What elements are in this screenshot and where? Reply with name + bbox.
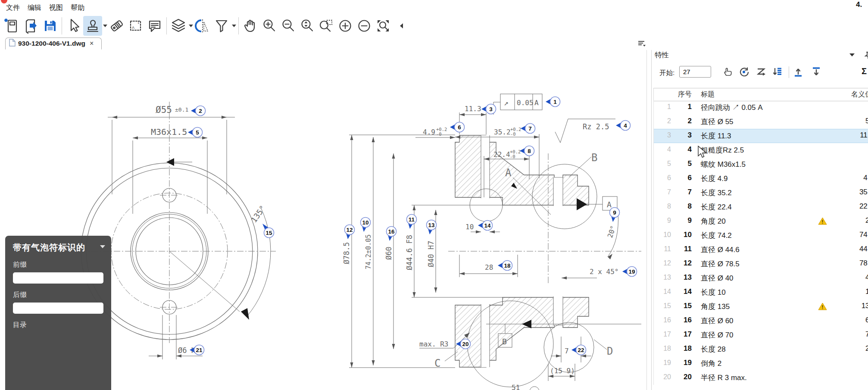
balloon-7[interactable]: 7	[521, 124, 535, 134]
dim-35-2[interactable]: 35.2	[494, 128, 511, 136]
dropdown-caret-icon[interactable]	[103, 25, 107, 27]
balloon-6[interactable]: 6	[450, 122, 465, 132]
balloon-14[interactable]: 14	[478, 221, 493, 231]
dim-d44-6[interactable]: Ø44.6 F8	[405, 235, 414, 270]
suffix-input[interactable]	[13, 303, 103, 314]
layers-button[interactable]	[169, 16, 188, 36]
balloon-3[interactable]: 3	[481, 104, 496, 114]
prefix-input[interactable]	[13, 272, 103, 284]
table-row[interactable]: 1111直径 Ø 44.644.6	[654, 243, 868, 257]
col-header-title[interactable]: 标题	[701, 90, 715, 99]
table-row[interactable]: 1414长度 1010	[654, 285, 868, 300]
table-row[interactable]: 22直径 Ø 5555	[654, 115, 868, 129]
sum-label[interactable]: Σ	[862, 66, 867, 76]
flip-mirror-button[interactable]	[193, 16, 212, 36]
dim-chamfer[interactable]: 2 x 45°	[590, 268, 618, 276]
note-button[interactable]	[145, 16, 164, 36]
tab-close-icon[interactable]: ×	[90, 40, 94, 47]
table-row[interactable]: 77长度 35.235.2	[654, 186, 868, 200]
zoom-out-button[interactable]	[279, 16, 298, 36]
open-document-button[interactable]	[22, 16, 41, 36]
dim-d55[interactable]: Ø55	[156, 105, 172, 115]
dim-rz[interactable]: Rz 2.5	[583, 122, 609, 131]
move-bottom-icon[interactable]	[811, 66, 824, 78]
balloon-15[interactable]: 15	[262, 224, 274, 238]
increase-button[interactable]	[336, 16, 355, 36]
col-header-nominal[interactable]: 名义值	[818, 90, 868, 99]
table-row[interactable]: 1616直径 Ø 6060	[654, 314, 868, 328]
dim-22-4[interactable]: 22.4	[493, 150, 510, 159]
table-row[interactable]: 33长度 11.311.3	[654, 129, 868, 143]
dim-15-9[interactable]: (15 9)	[550, 367, 575, 375]
dim-7[interactable]: 7	[565, 347, 569, 355]
table-row[interactable]: 1313直径 Ø 4040	[654, 271, 868, 285]
chevron-down-icon[interactable]	[849, 53, 855, 56]
dropdown-caret-icon[interactable]	[189, 25, 193, 27]
dim-r3[interactable]: max. R3	[419, 340, 448, 348]
dim-11-3[interactable]: 11.3	[465, 105, 481, 113]
balloon-10[interactable]: 10	[361, 218, 371, 232]
dim-28[interactable]: 28	[485, 263, 493, 271]
save-button[interactable]	[41, 16, 59, 36]
move-top-icon[interactable]	[793, 66, 806, 78]
dim-d60[interactable]: Ø60	[384, 246, 393, 260]
dim-135deg[interactable]: 135°	[249, 204, 267, 225]
balloon-13[interactable]: 13	[427, 220, 437, 235]
balloon-16[interactable]: 16	[387, 227, 397, 241]
balloon-19[interactable]: 19	[622, 267, 637, 277]
dim-51[interactable]: 51	[512, 384, 520, 390]
balloon-22[interactable]: 22	[571, 345, 586, 355]
balloon-4[interactable]: 4	[616, 121, 631, 131]
tab-list-icon[interactable]	[637, 39, 646, 48]
dim-74-2[interactable]: 74.2±0.05	[365, 234, 372, 269]
pick-hand-icon[interactable]	[722, 66, 736, 78]
table-row[interactable]: 1818长度 2828	[654, 342, 868, 356]
sort-list-icon[interactable]	[771, 66, 785, 78]
dim-4-9[interactable]: 4.9	[423, 128, 435, 136]
balloon-5[interactable]: 5	[188, 128, 203, 137]
col-header-no[interactable]: 序号	[671, 90, 692, 99]
reorder-z-icon[interactable]	[756, 66, 769, 78]
select-cursor-button[interactable]	[64, 16, 83, 36]
table-row[interactable]: 55螺纹 M36x1.5	[654, 157, 868, 172]
dim-20deg[interactable]: 20°	[606, 225, 618, 239]
balloon-11[interactable]: 11	[407, 215, 417, 229]
table-row[interactable]: 1010长度 74.274.2	[654, 228, 868, 243]
zoom-window-button[interactable]	[317, 16, 336, 36]
table-row[interactable]: 2020半径 R 3 max.	[654, 371, 868, 385]
dim-m36[interactable]: M36x1.5	[151, 127, 187, 137]
fcf-runout[interactable]: ↗ 0.05 A	[500, 94, 542, 110]
balloon-18[interactable]: 18	[498, 261, 512, 271]
start-number-input[interactable]	[679, 66, 711, 78]
balloon-8[interactable]: 8	[520, 146, 534, 156]
new-document-button[interactable]	[3, 16, 22, 36]
menu-item-0[interactable]: 文件	[6, 3, 20, 12]
panel-splitter[interactable]	[646, 50, 652, 390]
zoom-fit-button[interactable]	[374, 16, 393, 36]
balloon-stamp-button[interactable]	[83, 16, 102, 36]
balloon-1[interactable]: 1	[546, 97, 560, 107]
table-row[interactable]: 88长度 22.422.4	[654, 200, 868, 214]
table-row[interactable]: 44粗糙度Rz 2.5	[654, 143, 868, 157]
balloon-2[interactable]: 2	[191, 106, 206, 116]
pin-icon[interactable]	[864, 51, 868, 61]
overflow-caret-button[interactable]	[393, 16, 412, 36]
table-row[interactable]: 1515角度 135135	[654, 300, 868, 314]
dim-d40[interactable]: Ø40 H7	[427, 241, 435, 267]
pan-hand-button[interactable]	[241, 16, 260, 36]
dim-10[interactable]: 10	[465, 223, 474, 231]
menu-item-3[interactable]: 帮助	[71, 3, 84, 12]
table-row[interactable]: 99角度 2020	[654, 214, 868, 228]
table-row[interactable]: 66长度 4.94.9	[654, 172, 868, 186]
table-row[interactable]: 11径向跳动 ↗ 0.05 A	[654, 100, 868, 115]
menu-item-2[interactable]: 视图	[49, 3, 63, 12]
filter-button[interactable]	[212, 16, 231, 36]
tag-button[interactable]	[107, 16, 126, 36]
menu-item-1[interactable]: 编辑	[28, 3, 41, 12]
zoom-in-button[interactable]	[260, 16, 279, 36]
table-row[interactable]: 1717直径 Ø 7070	[654, 328, 868, 342]
renumber-icon[interactable]	[738, 66, 752, 78]
zoom-extents-button[interactable]	[298, 16, 317, 36]
decrease-button[interactable]	[355, 16, 374, 36]
dim-d78-5[interactable]: Ø78.5	[342, 242, 351, 264]
